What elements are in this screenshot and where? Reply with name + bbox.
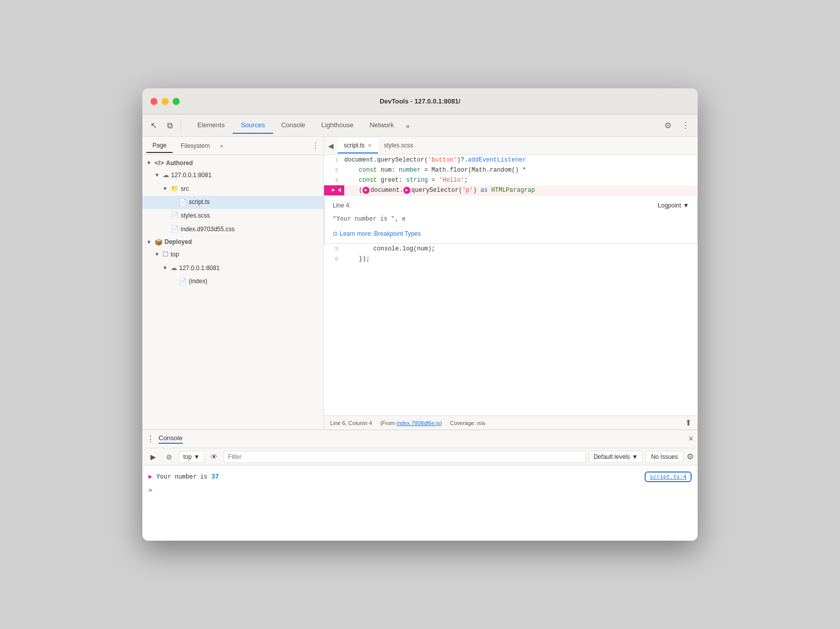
console-log-source[interactable]: script.ts:4	[645, 471, 692, 482]
toolbar-divider	[181, 120, 181, 132]
code-tab-bar: ◀ script.ts × styles.scss	[324, 137, 698, 155]
devtools-window: DevTools - 127.0.0.1:8081/ ↖ ⧉ Elements …	[142, 88, 698, 541]
sidebar-tab-filesystem[interactable]: Filesystem	[175, 139, 216, 152]
line-content-3: const greet: string = 'Hello';	[344, 175, 698, 185]
logpoint-input[interactable]: "Your number is ", e	[333, 213, 689, 224]
cursor-icon[interactable]: ↖	[146, 119, 161, 133]
tab-console[interactable]: Console	[273, 117, 313, 134]
tab-sources[interactable]: Sources	[233, 117, 273, 134]
console-log-text: Your number is	[156, 473, 207, 480]
deployed-arrow: ▼	[146, 239, 152, 245]
src-arrow: ▼	[163, 185, 169, 193]
line-num-5: 5	[324, 244, 344, 254]
breakpoint-marker[interactable]: ▶ 4	[324, 185, 344, 195]
host-authored-label: 127.0.0.1:8081	[171, 171, 212, 180]
console-prompt-icon[interactable]: >	[148, 486, 152, 494]
folder-icon: 📁	[171, 184, 179, 194]
code-line-4: ▶ 4 (▶document.▶querySelector('p') as HT…	[324, 185, 698, 195]
main-tab-bar: Elements Sources Console Lighthouse Netw…	[185, 117, 658, 134]
line-content-4: (▶document.▶querySelector('p') as HTMLPa…	[344, 185, 698, 195]
scss-file-icon: 📄	[171, 211, 179, 221]
code-line-3: 3 const greet: string = 'Hello';	[324, 175, 698, 185]
line-content-1: document.querySelector('button')?.addEve…	[344, 155, 698, 165]
line-content-5: console.log(num);	[344, 244, 698, 254]
deployed-section-header[interactable]: ▼ 📦 Deployed	[142, 236, 324, 248]
console-eye-button[interactable]: 👁	[207, 450, 221, 463]
authored-arrow: ▼	[146, 160, 152, 166]
authored-section-header[interactable]: ▼ </> Authored	[142, 157, 324, 169]
cloud-icon: ☁	[163, 170, 169, 181]
logpoint-line-label: Line 4:	[333, 202, 351, 209]
console-play-button[interactable]: ▶	[146, 450, 160, 463]
console-filter-input[interactable]	[224, 451, 586, 463]
host-deployed-arrow: ▼	[163, 264, 169, 272]
tree-item-top[interactable]: ▼ ☐ top	[142, 248, 324, 261]
context-label: top	[183, 453, 192, 460]
console-gear-icon[interactable]: ⚙	[687, 452, 694, 461]
tree-item-host-deployed[interactable]: ▼ ☁ 127.0.0.1:8081	[142, 261, 324, 275]
console-context-select[interactable]: top ▼	[179, 451, 204, 463]
code-line-2: 2 const num: number = Math.floor(Math.ra…	[324, 165, 698, 175]
status-right: ⬆	[685, 418, 692, 428]
more-options-icon[interactable]: ⋮	[677, 119, 694, 132]
learn-more-link[interactable]: ⊙ Learn more: Breakpoint Types	[333, 230, 689, 237]
sidebar-more-tabs[interactable]: »	[218, 140, 225, 151]
host-deployed-label: 127.0.0.1:8081	[179, 264, 220, 273]
minimize-button[interactable]	[162, 98, 169, 105]
console-log-row: ▶ Your number is 37 script.ts:4	[148, 469, 692, 484]
tab-styles-scss[interactable]: styles.scss	[378, 139, 419, 153]
console-levels-select[interactable]: Default levels ▼	[589, 451, 643, 463]
tab-script-ts-close[interactable]: ×	[368, 141, 372, 149]
html-file-icon: 📄	[179, 277, 187, 287]
tree-item-styles-scss[interactable]: 📄 styles.scss	[142, 209, 324, 223]
sidebar-tab-page[interactable]: Page	[146, 139, 173, 153]
ts-file-icon: 📄	[179, 197, 187, 208]
tree-item-src[interactable]: ▼ 📁 src	[142, 182, 324, 196]
tab-elements[interactable]: Elements	[189, 117, 233, 134]
more-tabs-button[interactable]: »	[402, 118, 413, 134]
console-close-button[interactable]: ×	[688, 434, 694, 444]
tree-item-script-ts[interactable]: 📄 script.ts	[142, 196, 324, 209]
status-source-link[interactable]: index.7808df6e.js	[397, 420, 440, 426]
console-log-number: 37	[212, 473, 219, 480]
status-bar: Line 6, Column 4 (From index.7808df6e.js…	[324, 415, 698, 430]
authored-label: Authored	[166, 160, 193, 167]
tab-script-ts[interactable]: script.ts ×	[338, 138, 378, 153]
tree-item-index-css[interactable]: 📄 index.d9703d55.css	[142, 223, 324, 236]
screenshot-icon[interactable]: ⬆	[685, 418, 692, 428]
close-button[interactable]	[150, 98, 158, 105]
main-toolbar: ↖ ⧉ Elements Sources Console Lighthouse …	[142, 115, 698, 137]
tab-lighthouse[interactable]: Lighthouse	[313, 117, 362, 134]
layers-icon[interactable]: ⧉	[163, 119, 177, 133]
console-dots-icon[interactable]: ⋮	[146, 434, 154, 444]
tab-script-ts-label: script.ts	[344, 142, 364, 149]
source-panel-icon[interactable]: ◀	[328, 142, 334, 150]
cube-icon: 📦	[154, 238, 163, 246]
settings-icon[interactable]: ⚙	[660, 119, 675, 132]
line-num-1: 1	[324, 155, 344, 165]
tab-network[interactable]: Network	[361, 117, 402, 134]
top-label: top	[171, 250, 179, 259]
tree-item-host-authored[interactable]: ▼ ☁ 127.0.0.1:8081	[142, 169, 324, 182]
circle-arrow-icon: ⊙	[333, 230, 338, 237]
script-ts-label: script.ts	[189, 197, 209, 207]
logpoint-type[interactable]: Logpoint ▼	[658, 202, 689, 209]
logpoint-type-label: Logpoint	[658, 202, 681, 209]
tree-item-index[interactable]: 📄 (index)	[142, 275, 324, 289]
maximize-button[interactable]	[173, 98, 180, 105]
line-content-6: });	[344, 254, 698, 264]
console-no-issues-button[interactable]: No Issues	[646, 451, 684, 463]
title-bar: DevTools - 127.0.0.1:8081/	[142, 88, 698, 115]
logpoint-output-icon: ▶	[148, 473, 152, 480]
sidebar-actions-icon[interactable]: ⋮	[311, 141, 320, 150]
line-content-2: const num: number = Math.floor(Math.rand…	[344, 165, 698, 175]
css-file-icon: 📄	[171, 224, 179, 235]
traffic-lights	[150, 98, 180, 105]
main-layout: Page Filesystem » ⋮ ▼ </> Authored ▼ ☁ 1…	[142, 137, 698, 430]
console-title: Console	[159, 434, 183, 444]
index-label: (index)	[189, 277, 207, 286]
sidebar: Page Filesystem » ⋮ ▼ </> Authored ▼ ☁ 1…	[142, 137, 324, 430]
styles-scss-label: styles.scss	[181, 211, 210, 221]
console-no-symbol-button[interactable]: ⊘	[163, 450, 176, 463]
window-title: DevTools - 127.0.0.1:8081/	[380, 97, 460, 105]
